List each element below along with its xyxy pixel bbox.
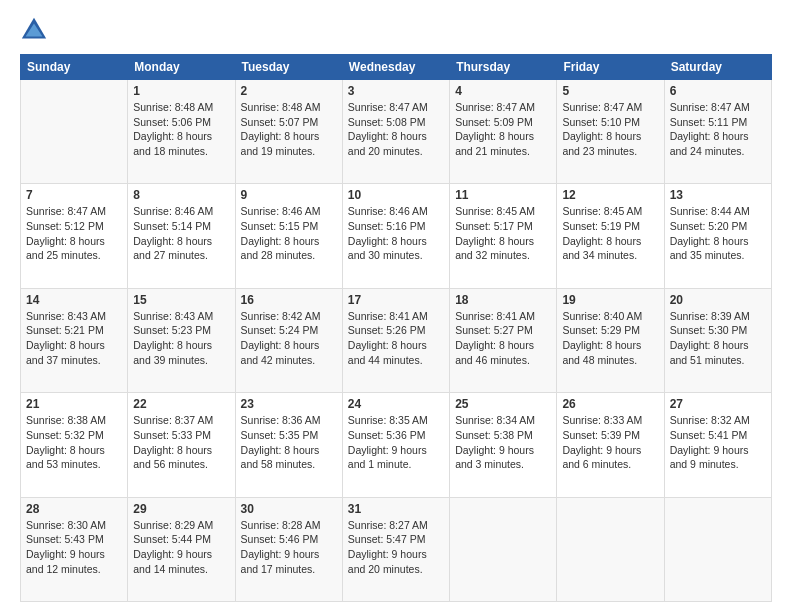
day-cell: 26Sunrise: 8:33 AMSunset: 5:39 PMDayligh… [557, 393, 664, 497]
day-cell: 4Sunrise: 8:47 AMSunset: 5:09 PMDaylight… [450, 80, 557, 184]
day-number: 1 [133, 84, 229, 98]
day-number: 22 [133, 397, 229, 411]
cell-line: Sunrise: 8:42 AM [241, 309, 337, 324]
day-number: 21 [26, 397, 122, 411]
cell-line: Daylight: 9 hours [26, 547, 122, 562]
cell-line: Daylight: 8 hours [455, 234, 551, 249]
day-cell [21, 80, 128, 184]
day-number: 19 [562, 293, 658, 307]
cell-line: Daylight: 8 hours [133, 338, 229, 353]
cell-line: Sunset: 5:08 PM [348, 115, 444, 130]
cell-line: Sunrise: 8:45 AM [455, 204, 551, 219]
cell-line: Sunset: 5:09 PM [455, 115, 551, 130]
day-cell: 10Sunrise: 8:46 AMSunset: 5:16 PMDayligh… [342, 184, 449, 288]
cell-line: and 24 minutes. [670, 144, 766, 159]
cell-line: Sunrise: 8:46 AM [133, 204, 229, 219]
cell-line: Sunset: 5:14 PM [133, 219, 229, 234]
cell-line: Sunrise: 8:47 AM [670, 100, 766, 115]
cell-line: and 37 minutes. [26, 353, 122, 368]
day-cell: 25Sunrise: 8:34 AMSunset: 5:38 PMDayligh… [450, 393, 557, 497]
day-number: 3 [348, 84, 444, 98]
cell-line: Sunset: 5:15 PM [241, 219, 337, 234]
cell-line: Sunset: 5:27 PM [455, 323, 551, 338]
cell-line: Sunrise: 8:43 AM [26, 309, 122, 324]
cell-line: Sunset: 5:19 PM [562, 219, 658, 234]
cell-line: Daylight: 8 hours [562, 234, 658, 249]
day-cell: 13Sunrise: 8:44 AMSunset: 5:20 PMDayligh… [664, 184, 771, 288]
day-cell: 19Sunrise: 8:40 AMSunset: 5:29 PMDayligh… [557, 288, 664, 392]
day-number: 4 [455, 84, 551, 98]
week-row-1: 1Sunrise: 8:48 AMSunset: 5:06 PMDaylight… [21, 80, 772, 184]
cell-line: Sunset: 5:32 PM [26, 428, 122, 443]
cell-line: Sunset: 5:29 PM [562, 323, 658, 338]
cell-line: Sunset: 5:17 PM [455, 219, 551, 234]
cell-line: Daylight: 9 hours [670, 443, 766, 458]
cell-line: and 20 minutes. [348, 562, 444, 577]
cell-line: Daylight: 8 hours [562, 338, 658, 353]
cell-line: and 19 minutes. [241, 144, 337, 159]
cell-line: and 46 minutes. [455, 353, 551, 368]
day-cell: 23Sunrise: 8:36 AMSunset: 5:35 PMDayligh… [235, 393, 342, 497]
cell-line: Daylight: 8 hours [241, 129, 337, 144]
cell-line: Sunrise: 8:44 AM [670, 204, 766, 219]
cell-line: Sunrise: 8:32 AM [670, 413, 766, 428]
day-cell: 29Sunrise: 8:29 AMSunset: 5:44 PMDayligh… [128, 497, 235, 601]
day-cell: 1Sunrise: 8:48 AMSunset: 5:06 PMDaylight… [128, 80, 235, 184]
week-row-3: 14Sunrise: 8:43 AMSunset: 5:21 PMDayligh… [21, 288, 772, 392]
cell-line: Sunrise: 8:43 AM [133, 309, 229, 324]
cell-line: Sunset: 5:33 PM [133, 428, 229, 443]
day-number: 2 [241, 84, 337, 98]
cell-line: Sunrise: 8:29 AM [133, 518, 229, 533]
day-cell: 30Sunrise: 8:28 AMSunset: 5:46 PMDayligh… [235, 497, 342, 601]
cell-line: Daylight: 9 hours [133, 547, 229, 562]
col-header-thursday: Thursday [450, 55, 557, 80]
cell-line: and 51 minutes. [670, 353, 766, 368]
cell-line: Sunset: 5:20 PM [670, 219, 766, 234]
day-number: 14 [26, 293, 122, 307]
cell-line: Sunrise: 8:41 AM [455, 309, 551, 324]
day-cell: 20Sunrise: 8:39 AMSunset: 5:30 PMDayligh… [664, 288, 771, 392]
column-header-row: SundayMondayTuesdayWednesdayThursdayFrid… [21, 55, 772, 80]
col-header-monday: Monday [128, 55, 235, 80]
day-cell: 21Sunrise: 8:38 AMSunset: 5:32 PMDayligh… [21, 393, 128, 497]
cell-line: Sunrise: 8:40 AM [562, 309, 658, 324]
day-number: 10 [348, 188, 444, 202]
day-cell: 8Sunrise: 8:46 AMSunset: 5:14 PMDaylight… [128, 184, 235, 288]
page: SundayMondayTuesdayWednesdayThursdayFrid… [0, 0, 792, 612]
cell-line: Sunrise: 8:48 AM [133, 100, 229, 115]
cell-line: Sunset: 5:35 PM [241, 428, 337, 443]
cell-line: and 14 minutes. [133, 562, 229, 577]
cell-line: and 28 minutes. [241, 248, 337, 263]
day-cell: 7Sunrise: 8:47 AMSunset: 5:12 PMDaylight… [21, 184, 128, 288]
cell-line: and 58 minutes. [241, 457, 337, 472]
cell-line: Daylight: 8 hours [670, 129, 766, 144]
col-header-wednesday: Wednesday [342, 55, 449, 80]
day-number: 15 [133, 293, 229, 307]
day-cell: 16Sunrise: 8:42 AMSunset: 5:24 PMDayligh… [235, 288, 342, 392]
cell-line: Sunset: 5:24 PM [241, 323, 337, 338]
cell-line: Daylight: 9 hours [348, 443, 444, 458]
calendar-table: SundayMondayTuesdayWednesdayThursdayFrid… [20, 54, 772, 602]
logo-icon [20, 16, 48, 44]
week-row-5: 28Sunrise: 8:30 AMSunset: 5:43 PMDayligh… [21, 497, 772, 601]
day-number: 26 [562, 397, 658, 411]
cell-line: Sunrise: 8:48 AM [241, 100, 337, 115]
day-cell: 18Sunrise: 8:41 AMSunset: 5:27 PMDayligh… [450, 288, 557, 392]
cell-line: and 56 minutes. [133, 457, 229, 472]
cell-line: Sunrise: 8:33 AM [562, 413, 658, 428]
cell-line: and 48 minutes. [562, 353, 658, 368]
cell-line: Sunrise: 8:46 AM [241, 204, 337, 219]
day-number: 29 [133, 502, 229, 516]
day-number: 6 [670, 84, 766, 98]
cell-line: Daylight: 9 hours [241, 547, 337, 562]
week-row-2: 7Sunrise: 8:47 AMSunset: 5:12 PMDaylight… [21, 184, 772, 288]
cell-line: and 9 minutes. [670, 457, 766, 472]
day-number: 9 [241, 188, 337, 202]
cell-line: Sunset: 5:36 PM [348, 428, 444, 443]
cell-line: Sunset: 5:44 PM [133, 532, 229, 547]
cell-line: and 39 minutes. [133, 353, 229, 368]
day-number: 5 [562, 84, 658, 98]
cell-line: Sunrise: 8:39 AM [670, 309, 766, 324]
cell-line: Sunrise: 8:38 AM [26, 413, 122, 428]
cell-line: and 42 minutes. [241, 353, 337, 368]
